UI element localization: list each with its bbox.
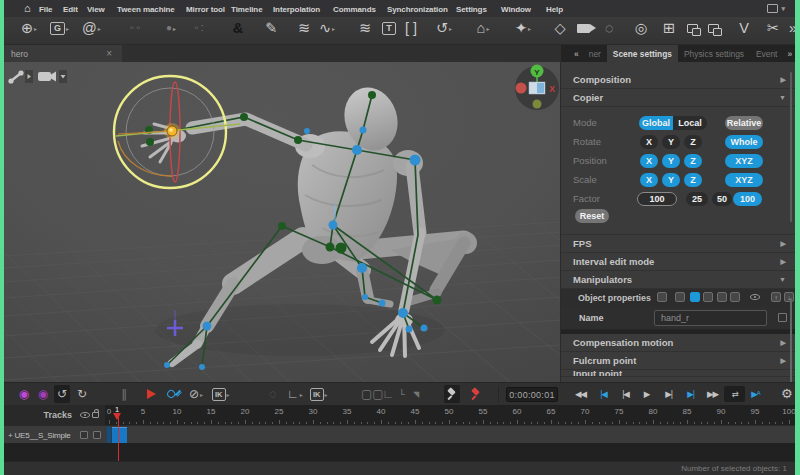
factor-100-button[interactable]: 100	[733, 192, 762, 206]
ik-icon[interactable]: IK▸	[212, 385, 230, 403]
name-input[interactable]: hand_r	[654, 310, 767, 326]
factor-25-button[interactable]: 25	[686, 192, 708, 206]
step-curve-icon[interactable]: ∟▸	[287, 385, 303, 403]
copy-squares-icon[interactable]	[683, 17, 701, 39]
dot-tool-icon[interactable]: ●▸	[162, 17, 180, 39]
settings-gear-icon[interactable]: ⚙	[781, 386, 793, 401]
mode-local-button[interactable]: Local	[673, 116, 707, 130]
rotate-y-button[interactable]: Y	[662, 135, 680, 149]
op-icon-3-active[interactable]	[690, 292, 700, 302]
ghost-frames-icon[interactable]: ▫ ▫	[126, 17, 144, 39]
box-tool-icon[interactable]: ▫ :	[190, 17, 208, 39]
menu-mirror-tool[interactable]: Mirror tool	[186, 5, 225, 14]
brush-tool-icon[interactable]: ✎	[262, 17, 280, 39]
scale-y-button[interactable]: Y	[662, 173, 680, 187]
run-man-icon[interactable]: ✦▸	[514, 17, 532, 39]
timeline-track-row[interactable]: + UE5__S_Simple	[4, 425, 795, 443]
key-icon[interactable]	[166, 385, 182, 403]
lock-home-icon[interactable]: ⌂▸	[474, 17, 492, 39]
clip-segment[interactable]	[112, 427, 127, 443]
tab-physics-settings[interactable]: Physics settings	[678, 45, 750, 62]
factor-50-button[interactable]: 50	[712, 192, 732, 206]
rotate-cycle-icon[interactable]: ↺▸	[435, 17, 453, 39]
section-fps[interactable]: FPS▶	[561, 235, 795, 253]
ghost-spiral2-icon[interactable]: ◉	[35, 385, 51, 403]
op-icon-2[interactable]	[675, 292, 685, 302]
section-input-point[interactable]: Input point	[561, 370, 795, 377]
factor-input[interactable]: 100	[637, 192, 677, 206]
copy-name-icon[interactable]	[778, 313, 787, 322]
position-y-button[interactable]: Y	[662, 154, 680, 168]
mirror-pose-icon[interactable]: ∥	[116, 385, 132, 403]
play-button[interactable]: ▶	[636, 386, 657, 402]
rotate-whole-button[interactable]: Whole	[725, 135, 763, 149]
fast-fwd-button[interactable]: ▶▶	[702, 386, 723, 402]
fast-back-button[interactable]: ◀◀	[570, 386, 591, 402]
text-tool-icon[interactable]: T	[380, 17, 398, 39]
next-frame-button[interactable]: ▶|	[658, 386, 679, 402]
v-icon[interactable]: V	[735, 17, 753, 39]
playhead-line[interactable]	[118, 413, 120, 461]
ik2-icon[interactable]: IK▸	[310, 385, 328, 403]
timeline-ruler[interactable]: Tracks 051015202530354045505560657075808…	[4, 405, 795, 425]
tween-slash-icon[interactable]: ≋	[356, 17, 374, 39]
scene-tab-hero[interactable]: hero ×	[4, 45, 122, 62]
camera-icon[interactable]	[574, 17, 592, 39]
ghost-spiral-icon[interactable]: ◉	[16, 385, 32, 403]
grid-box-icon[interactable]: ⊞	[660, 17, 678, 39]
menu-timeline[interactable]: Timeline	[231, 5, 263, 14]
cycle-icon[interactable]: ↺	[54, 385, 70, 403]
reset-button[interactable]: Reset	[575, 209, 609, 223]
window-mode-icon[interactable]: ▾	[767, 4, 785, 13]
copy-squares2-icon[interactable]	[704, 17, 722, 39]
tab-partial[interactable]: ner	[583, 45, 607, 62]
home-icon[interactable]: ⌂	[24, 3, 31, 14]
playhead-marker[interactable]	[113, 413, 121, 420]
scale-x-button[interactable]: X	[640, 173, 658, 187]
diamond-lock-icon[interactable]: ◇	[551, 17, 569, 39]
menu-interpolation[interactable]: Interpolation	[273, 5, 320, 14]
menu-synchronization[interactable]: Synchronization	[387, 5, 448, 14]
wave-icon[interactable]: ∿▸	[318, 17, 336, 39]
no-interp-icon[interactable]: ⊘▸	[188, 385, 204, 403]
menu-file[interactable]: File	[39, 5, 52, 14]
position-x-button[interactable]: X	[640, 154, 658, 168]
cycle2-icon[interactable]: ↻	[74, 385, 90, 403]
tab-event[interactable]: Event	[750, 45, 783, 62]
brackets-icon[interactable]: [ ]	[402, 17, 420, 39]
tabs-left-chevron[interactable]: «	[570, 49, 583, 59]
ampersand-tool-icon[interactable]: &	[229, 17, 247, 39]
section-manipulators[interactable]: Manipulators▼	[561, 271, 795, 289]
scissors-icon[interactable]: ✂	[764, 17, 782, 39]
op-icon-6[interactable]	[730, 292, 740, 302]
flag-icon[interactable]	[143, 385, 159, 403]
track-name[interactable]: + UE5__S_Simple	[8, 431, 71, 440]
section-composition[interactable]: Composition▶	[561, 71, 795, 89]
selection-circle-icon[interactable]: ◌	[600, 17, 618, 39]
close-tab-icon[interactable]: ×	[106, 48, 112, 59]
rotate-x-button[interactable]: X	[640, 135, 658, 149]
menu-view[interactable]: View	[87, 5, 105, 14]
spiral-icon[interactable]: ◎	[632, 17, 650, 39]
section-compensation-motion[interactable]: Compensation motion▶	[561, 334, 795, 352]
at-tool-icon[interactable]: @▸	[82, 17, 101, 39]
op-icon-8[interactable]: ↓	[784, 292, 794, 302]
scale-xyz-button[interactable]: XYZ	[725, 173, 763, 187]
prev-frame-button[interactable]: |◀	[615, 386, 636, 402]
to-end-button[interactable]: ▶|	[680, 386, 701, 402]
section-fulcrum-point[interactable]: Fulcrum point▶	[561, 352, 795, 370]
tween-curves-icon[interactable]: ≋	[295, 17, 313, 39]
section-copier[interactable]: Copier▼	[561, 89, 795, 107]
position-z-button[interactable]: Z	[684, 154, 702, 168]
menu-help[interactable]: Help	[546, 5, 563, 14]
gizmo-tool-icon[interactable]: G▸	[50, 17, 69, 39]
menu-settings[interactable]: Settings	[456, 5, 487, 14]
track-checkbox-1[interactable]	[80, 431, 88, 439]
cursor-arrow-icon[interactable]: ◥	[408, 385, 424, 403]
pin-red-icon[interactable]	[468, 385, 484, 403]
panel-scrollbar-lower[interactable]	[790, 298, 792, 382]
menu-commands[interactable]: Commands	[333, 5, 376, 14]
visibility-eye-icon[interactable]	[750, 292, 760, 302]
mode-relative-button[interactable]: Relative	[725, 116, 763, 130]
scale-z-button[interactable]: Z	[684, 173, 702, 187]
